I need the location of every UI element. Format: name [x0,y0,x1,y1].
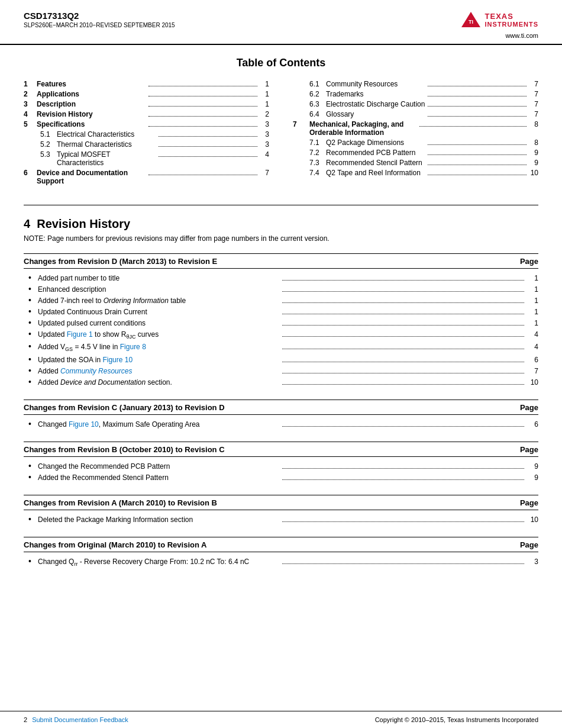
toc-item-7: 7 Mechanical, Packaging, and Orderable I… [293,120,538,137]
page-header: CSD17313Q2 SLPS260E−MARCH 2010−REVISED S… [0,0,562,45]
toc-divider [24,205,538,205]
toc-item-5-1: 5.1 Electrical Characteristics 3 [40,130,269,138]
section4-heading: Revision History [37,217,130,230]
toc-columns: 1 Features 1 2 Applications 1 3 [24,80,538,187]
ti-instruments-text: INSTRUMENTS [485,21,538,28]
main-content: Table of Contents 1 Features 1 2 Applica… [0,45,562,616]
header-right: TI TEXAS INSTRUMENTS www.ti.com [460,11,538,39]
figure10-link-1[interactable]: Figure 10 [102,356,133,364]
toc-item-6-4: 6.4 Glossary 7 [309,110,538,118]
rev-header-d-to-e-page: Page [520,257,538,266]
footer-copyright: Copyright © 2010–2015, Texas Instruments… [375,716,538,723]
revision-block-a-to-b: Changes from Revision A (March 2010) to … [24,495,538,524]
rev-item: • Deleted the Package Marking Informatio… [24,515,538,524]
toc-right-col: 6.1 Community Resources 7 6.2 Trademarks… [293,80,538,187]
toc-item-6: 6 Device and Documentation Support 7 [24,169,269,185]
toc-item-6-1: 6.1 Community Resources 7 [309,80,538,88]
rev-header-a-to-b-page: Page [520,498,538,507]
rev-item: • Added 7-inch reel to Ordering Informat… [24,296,538,305]
footer-page-number: 2 [24,716,27,723]
toc-item-3: 3 Description 1 [24,100,269,108]
rev-item: • Updated the SOA in Figure 10 6 [24,355,538,364]
rev-item: • Added VGS = 4.5 V line in Figure 8 4 [24,342,538,352]
toc-item-4: 4 Revision History 2 [24,110,269,118]
rev-item: • Changed Figure 10, Maximum Safe Operat… [24,420,538,429]
revision-block-b-to-c: Changes from Revision B (October 2010) t… [24,442,538,482]
header-website: www.ti.com [505,32,538,39]
toc-item-6-2: 6.2 Trademarks 7 [309,90,538,98]
rev-item: • Added Community Resources 7 [24,366,538,375]
rev-item: • Added Device and Documentation section… [24,378,538,386]
rev-item: • Added part number to title 1 [24,273,538,282]
figure1-link[interactable]: Figure 1 [67,330,93,339]
rev-item: • Changed Qrr - Reverse Recovery Charge … [24,557,538,567]
rev-item: • Changed the Recommended PCB Pattern 9 [24,462,538,471]
rev-header-b-to-c-title: Changes from Revision B (October 2010) t… [24,445,225,454]
rev-header-orig-to-a-title: Changes from Original (March 2010) to Re… [24,540,206,549]
doc-title: CSD17313Q2 [24,11,175,21]
rev-item: • Updated pulsed current conditions 1 [24,318,538,327]
doc-subtitle: SLPS260E−MARCH 2010−REVISED SEPTEMBER 20… [24,22,175,28]
section4-number: 4 [24,217,30,230]
toc-item-5-2: 5.2 Thermal Characteristics 3 [40,140,269,149]
toc-section: Table of Contents 1 Features 1 2 Applica… [24,57,538,187]
toc-title: Table of Contents [24,57,538,69]
toc-item-2: 2 Applications 1 [24,90,269,98]
figure10-link-2[interactable]: Figure 10 [69,420,99,429]
revision-block-d-to-e: Changes from Revision D (March 2013) to … [24,253,538,386]
rev-item: • Updated Figure 1 to show RθJC curves 4 [24,330,538,340]
page: CSD17313Q2 SLPS260E−MARCH 2010−REVISED S… [0,0,562,728]
ti-logo: TI TEXAS INSTRUMENTS [460,11,538,28]
ti-logo-icon: TI [460,11,482,28]
rev-item: • Added the Recommended Stencil Pattern … [24,473,538,482]
rev-header-b-to-c-page: Page [520,445,538,454]
revision-block-c-to-d: Changes from Revision C (January 2013) t… [24,400,538,429]
rev-header-c-to-d-title: Changes from Revision C (January 2013) t… [24,403,225,412]
rev-header-d-to-e-title: Changes from Revision D (March 2013) to … [24,257,217,266]
svg-text:TI: TI [469,19,473,25]
community-resources-link[interactable]: Community Resources [60,367,132,375]
rev-header-a-to-b: Changes from Revision A (March 2010) to … [24,495,538,510]
rev-item: • Updated Continuous Drain Current 1 [24,307,538,316]
header-left: CSD17313Q2 SLPS260E−MARCH 2010−REVISED S… [24,11,175,28]
page-footer: 2 Submit Documentation Feedback Copyrigh… [0,711,562,728]
toc-item-5-3: 5.3 Typical MOSFET Characteristics 4 [40,150,269,167]
section4-title: 4 Revision History [24,217,538,231]
toc-item-6-3: 6.3 Electrostatic Discharge Caution 7 [309,100,538,108]
rev-header-orig-to-a: Changes from Original (March 2010) to Re… [24,537,538,552]
rev-item: • Enhanced description 1 [24,285,538,294]
submit-feedback-link[interactable]: Submit Documentation Feedback [32,716,128,723]
rev-header-b-to-c: Changes from Revision B (October 2010) t… [24,442,538,457]
ti-texas-text: TEXAS [485,12,513,21]
rev-header-c-to-d: Changes from Revision C (January 2013) t… [24,400,538,415]
footer-left: 2 Submit Documentation Feedback [24,716,128,723]
toc-item-7-2: 7.2 Recommended PCB Pattern 9 [309,149,538,157]
toc-left-col: 1 Features 1 2 Applications 1 3 [24,80,269,187]
figure8-link[interactable]: Figure 8 [120,343,146,351]
toc-item-7-4: 7.4 Q2 Tape and Reel Information 10 [309,169,538,177]
toc-item-1: 1 Features 1 [24,80,269,88]
toc-item-7-1: 7.1 Q2 Package Dimensions 8 [309,138,538,147]
toc-item-5: 5 Specifications 3 [24,120,269,128]
ti-logo-text: TEXAS INSTRUMENTS [485,12,538,28]
toc-item-7-3: 7.3 Recommended Stencil Pattern 9 [309,159,538,167]
rev-header-orig-to-a-page: Page [520,540,538,549]
section4-note: NOTE: Page numbers for previous revision… [24,234,538,243]
rev-header-d-to-e: Changes from Revision D (March 2013) to … [24,253,538,269]
rev-header-c-to-d-page: Page [520,403,538,412]
rev-header-a-to-b-title: Changes from Revision A (March 2010) to … [24,498,217,507]
revision-block-orig-to-a: Changes from Original (March 2010) to Re… [24,537,538,567]
